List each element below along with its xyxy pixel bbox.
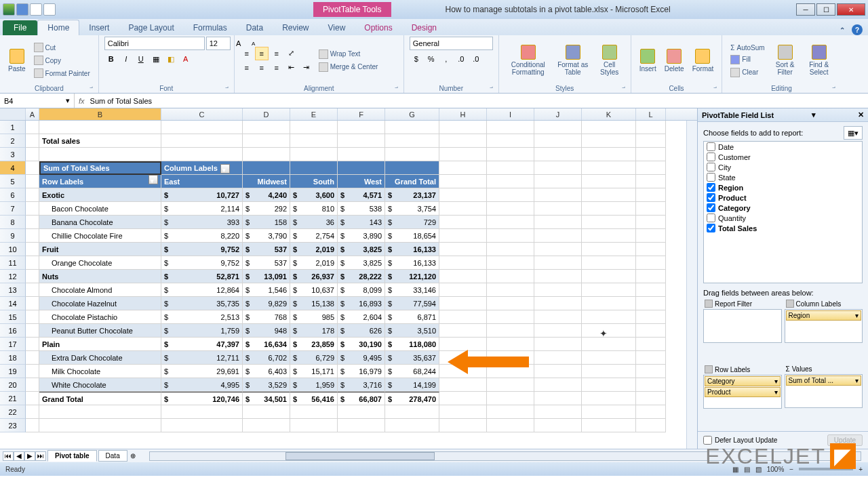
increase-decimal-icon[interactable]: .0 — [454, 52, 468, 66]
undo-icon[interactable] — [30, 3, 42, 16]
field-customer[interactable]: Customer — [704, 152, 862, 162]
cell[interactable] — [385, 121, 439, 134]
row-header[interactable]: 1 — [0, 121, 26, 134]
cell[interactable] — [534, 392, 582, 405]
cell[interactable]: Milk Chocolate — [39, 365, 161, 378]
cell[interactable]: Exotic — [39, 188, 161, 202]
cell[interactable]: Chillie Chocolate Fire — [39, 229, 161, 243]
cell[interactable] — [290, 405, 338, 419]
paste-button[interactable]: Paste — [5, 47, 28, 74]
cell[interactable]: $6,702 — [243, 351, 290, 365]
cell[interactable] — [534, 175, 582, 188]
cell[interactable] — [636, 378, 666, 392]
field-city[interactable]: City — [704, 162, 862, 172]
zoom-in-button[interactable]: + — [859, 466, 863, 473]
zoom-level[interactable]: 100% — [767, 466, 785, 473]
format-as-table-button[interactable]: Format as Table — [555, 43, 591, 77]
cell[interactable]: $948 — [243, 324, 290, 338]
cell[interactable] — [26, 351, 39, 365]
row-header[interactable]: 13 — [0, 283, 26, 297]
field-state[interactable]: State — [704, 172, 862, 182]
row-header[interactable]: 19 — [0, 365, 26, 378]
cell[interactable]: $23,137 — [385, 188, 439, 202]
zoom-slider[interactable] — [799, 468, 853, 470]
cell[interactable]: $26,937 — [290, 270, 338, 283]
cell[interactable] — [636, 148, 666, 161]
cell[interactable]: $3,825 — [338, 243, 385, 256]
cell[interactable] — [534, 270, 582, 283]
cell[interactable] — [385, 405, 439, 419]
cell[interactable] — [290, 419, 338, 432]
cell[interactable]: $23,859 — [290, 338, 338, 351]
cell[interactable] — [290, 134, 338, 148]
cell[interactable] — [439, 216, 487, 229]
cell[interactable] — [582, 419, 636, 432]
cell[interactable]: $2,019 — [290, 243, 338, 256]
cell[interactable]: $537 — [243, 256, 290, 270]
cell[interactable] — [534, 161, 582, 175]
ribbon-tab-view[interactable]: View — [319, 20, 355, 35]
cell[interactable] — [243, 121, 290, 134]
cell[interactable]: $3,600 — [290, 188, 338, 202]
cell[interactable] — [439, 297, 487, 310]
cell[interactable] — [26, 310, 39, 324]
zoom-out-button[interactable]: − — [789, 466, 793, 473]
cell[interactable] — [439, 256, 487, 270]
help-icon[interactable]: ? — [852, 24, 863, 35]
cell[interactable] — [439, 283, 487, 297]
wrap-text-button[interactable]: Wrap Text — [316, 48, 381, 60]
area-pill[interactable]: Sum of Total ...▾ — [786, 375, 862, 386]
row-header[interactable]: 3 — [0, 148, 26, 161]
cell[interactable]: $18,654 — [385, 229, 439, 243]
field-date[interactable]: Date — [704, 142, 862, 152]
cell[interactable] — [290, 148, 338, 161]
cell[interactable]: $278,470 — [385, 392, 439, 405]
cell[interactable] — [439, 175, 487, 188]
cell[interactable] — [26, 243, 39, 256]
cell[interactable] — [582, 175, 636, 188]
cell[interactable] — [582, 243, 636, 256]
cell[interactable] — [534, 202, 582, 216]
cell[interactable] — [26, 297, 39, 310]
cell[interactable] — [636, 216, 666, 229]
row-header[interactable]: 20 — [0, 378, 26, 392]
name-box[interactable]: B4 ▾ — [0, 94, 75, 108]
row-header[interactable]: 15 — [0, 310, 26, 324]
format-cells-button[interactable]: Format — [690, 47, 717, 74]
font-name-select[interactable] — [104, 37, 205, 50]
view-normal-icon[interactable]: ▦ — [732, 466, 738, 473]
cell[interactable] — [487, 243, 534, 256]
horizontal-scrollbar[interactable] — [149, 451, 861, 461]
cell[interactable] — [439, 365, 487, 378]
cell[interactable] — [439, 148, 487, 161]
sheet-tab-pivot-table[interactable]: Pivot table — [47, 450, 97, 462]
layout-options-button[interactable]: ▦▾ — [844, 126, 863, 140]
cell[interactable] — [534, 378, 582, 392]
cell[interactable]: $1,546 — [243, 283, 290, 297]
cell[interactable]: $66,807 — [338, 392, 385, 405]
cell[interactable] — [534, 243, 582, 256]
cell[interactable] — [338, 161, 385, 175]
cell[interactable] — [439, 338, 487, 351]
formula-input[interactable] — [90, 97, 864, 105]
view-break-icon[interactable]: ▧ — [755, 466, 762, 473]
cell[interactable] — [39, 148, 161, 161]
cell[interactable] — [582, 405, 636, 419]
cell[interactable] — [534, 148, 582, 161]
align-center-icon[interactable]: ≡ — [255, 61, 269, 75]
cell[interactable]: $2,604 — [338, 310, 385, 324]
cell[interactable] — [487, 148, 534, 161]
cell[interactable] — [487, 121, 534, 134]
cell[interactable] — [439, 351, 487, 365]
cell[interactable] — [385, 148, 439, 161]
select-all-corner[interactable] — [0, 108, 26, 120]
cell[interactable] — [487, 392, 534, 405]
file-tab[interactable]: File — [3, 20, 37, 35]
border-button[interactable]: ▦ — [149, 52, 163, 66]
col-header-I[interactable]: I — [487, 108, 534, 120]
cell[interactable] — [582, 202, 636, 216]
cell[interactable]: Sum of Total Sales — [39, 161, 161, 175]
cell[interactable] — [161, 419, 243, 432]
cell[interactable] — [582, 270, 636, 283]
decrease-decimal-icon[interactable]: .0 — [469, 52, 483, 66]
